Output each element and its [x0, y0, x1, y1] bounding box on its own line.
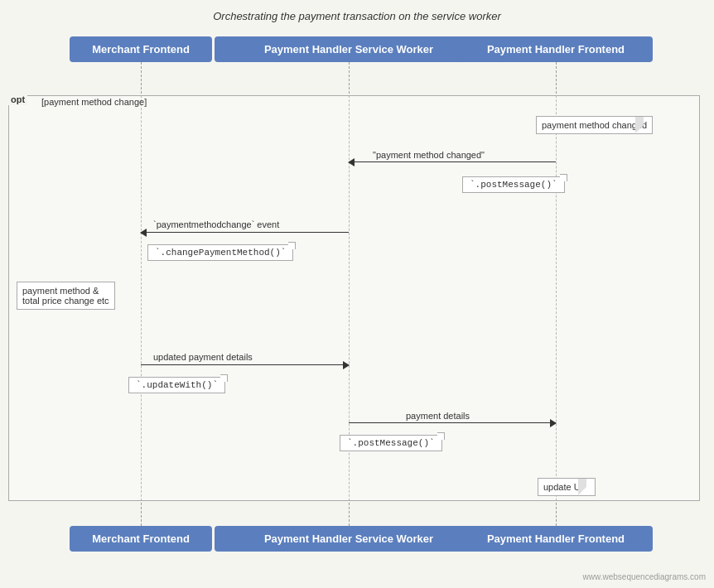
method-postmessage-1: `.postMessage()` [462, 176, 565, 193]
note-update-ui: update UI [538, 478, 596, 496]
actor-payment-frontend-bottom: Payment Handler Frontend [459, 526, 653, 552]
arrow-payment-method-changed [349, 161, 556, 162]
actor-service-worker-bottom: Payment Handler Service Worker [215, 526, 483, 552]
note-payment-method-changed: payment method changed [536, 116, 653, 134]
actor-payment-frontend-top: Payment Handler Frontend [459, 36, 653, 62]
watermark: www.websequencediagrams.com [583, 572, 706, 581]
side-note-payment-change: payment method & total price change etc [17, 282, 115, 310]
arrow-label-4: payment details [406, 411, 470, 421]
actor-merchant-bottom: Merchant Frontend [70, 526, 212, 552]
diagram-container: Orchestrating the payment transaction on… [0, 0, 714, 588]
arrow-updated-payment [141, 364, 349, 365]
diagram-title: Orchestrating the payment transaction on… [0, 0, 714, 22]
method-postmessage-2: `.postMessage()` [340, 435, 442, 451]
arrow-label-3: updated payment details [153, 352, 253, 362]
opt-condition: [payment method change] [41, 97, 147, 107]
opt-label: opt [8, 94, 27, 105]
arrow-label-1: "payment method changed" [373, 150, 485, 160]
method-update-with: `.updateWith()` [128, 377, 225, 393]
arrow-paymentmethodchange [141, 232, 349, 233]
arrow-label-2: `paymentmethodchange` event [153, 219, 279, 229]
arrow-payment-details [349, 422, 556, 423]
actor-service-worker-top: Payment Handler Service Worker [215, 36, 483, 62]
actor-merchant-top: Merchant Frontend [70, 36, 212, 62]
method-change-payment: `.changePaymentMethod()` [147, 244, 293, 261]
